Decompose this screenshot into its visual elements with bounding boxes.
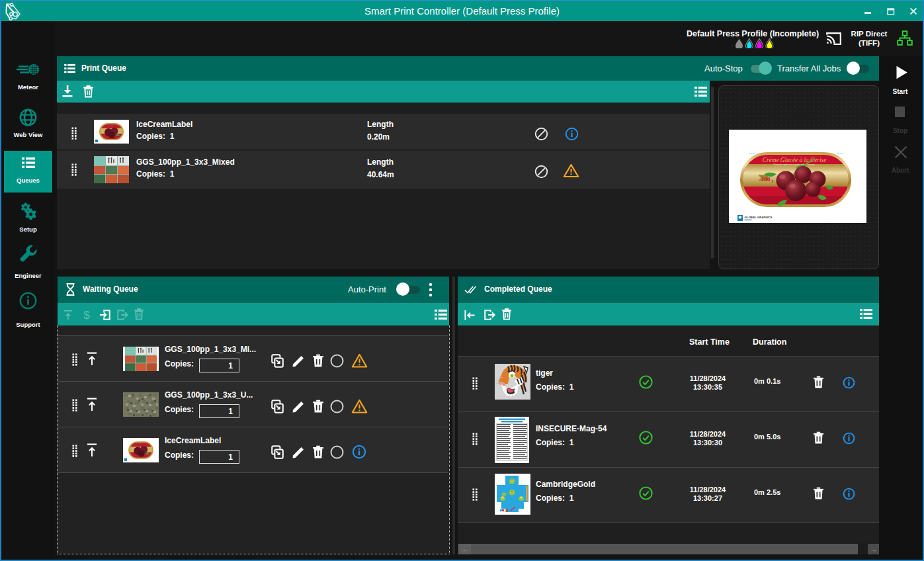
svg-text:g: g <box>772 179 774 183</box>
svg-text:$: $ <box>83 309 90 322</box>
svg-text:GLOBAL GRAPHICS: GLOBAL GRAPHICS <box>745 216 773 219</box>
svg-text:French style ice-cream with ch: French style ice-cream with cherries <box>774 163 815 166</box>
svg-text:Crème Glacée à la Cerise: Crème Glacée à la Cerise <box>763 157 827 163</box>
